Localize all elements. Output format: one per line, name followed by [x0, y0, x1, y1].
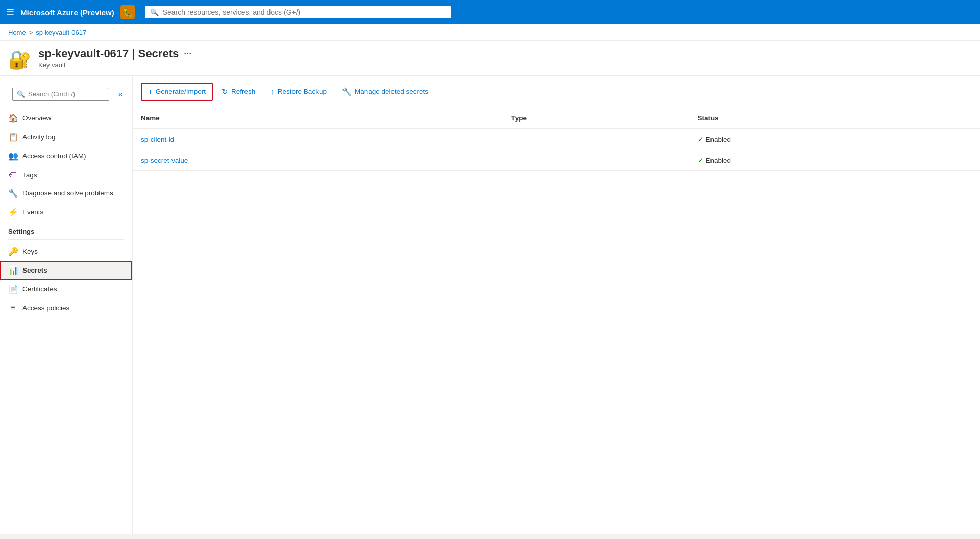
- events-icon: ⚡: [8, 207, 17, 217]
- restore-icon: ↑: [271, 87, 275, 96]
- sidebar-collapse-button[interactable]: «: [115, 89, 126, 100]
- breadcrumb-separator: >: [29, 29, 33, 36]
- hamburger-menu[interactable]: ☰: [6, 7, 14, 18]
- generate-icon: +: [148, 87, 153, 96]
- sidebar-item-overview[interactable]: 🏠 Overview: [0, 109, 132, 128]
- restore-backup-button[interactable]: ↑ Restore Backup: [264, 83, 333, 100]
- page-subtitle: Key vault: [38, 61, 191, 75]
- sidebar-search-icon: 🔍: [17, 90, 25, 98]
- settings-section-header: Settings: [0, 222, 132, 237]
- sidebar-item-tags[interactable]: 🏷 Tags: [0, 165, 132, 184]
- content-toolbar: + Generate/Import ↻ Refresh ↑ Restore Ba…: [133, 76, 980, 108]
- generate-import-button[interactable]: + Generate/Import: [141, 83, 213, 101]
- status-check-icon-1: ✓: [698, 135, 704, 143]
- col-header-type: Type: [503, 108, 690, 129]
- sidebar-divider: [8, 239, 124, 240]
- tags-icon: 🏷: [8, 170, 17, 179]
- app-title: Microsoft Azure (Preview): [20, 8, 114, 17]
- manage-icon: 🔧: [342, 87, 352, 96]
- table-header-row: Name Type Status: [133, 108, 980, 129]
- col-header-name: Name: [133, 108, 503, 129]
- secret-type-2: [503, 150, 690, 171]
- sidebar-search-input[interactable]: [28, 90, 105, 98]
- breadcrumb-home[interactable]: Home: [8, 29, 26, 36]
- sidebar-search[interactable]: 🔍: [12, 88, 109, 101]
- sidebar-item-keys[interactable]: 🔑 Keys: [0, 242, 132, 261]
- manage-deleted-button[interactable]: 🔧 Manage deleted secrets: [335, 83, 435, 101]
- sidebar-item-activity-log[interactable]: 📋 Activity log: [0, 128, 132, 146]
- sidebar-item-access-control[interactable]: 👥 Access control (IAM): [0, 146, 132, 165]
- sidebar-item-access-policies[interactable]: ≡ Access policies: [0, 299, 132, 317]
- secrets-icon: 📊: [8, 265, 17, 275]
- keyvault-icon: 🔐: [8, 49, 31, 70]
- top-navbar: ☰ Microsoft Azure (Preview) 🐛 🔍: [0, 0, 980, 24]
- table-row: sp-secret-value ✓ Enabled: [133, 150, 980, 171]
- main-layout: 🔍 « 🏠 Overview 📋 Activity log 👥 Access c…: [0, 76, 980, 534]
- sidebar-item-certificates[interactable]: 📄 Certificates: [0, 280, 132, 299]
- content-area: + Generate/Import ↻ Refresh ↑ Restore Ba…: [133, 76, 980, 534]
- refresh-button[interactable]: ↻ Refresh: [215, 83, 262, 101]
- table-row: sp-client-id ✓ Enabled: [133, 129, 980, 150]
- breadcrumb-current[interactable]: sp-keyvault-0617: [36, 29, 86, 36]
- diagnose-icon: 🔧: [8, 188, 17, 198]
- secret-status-2: ✓ Enabled: [690, 150, 980, 171]
- keys-icon: 🔑: [8, 247, 17, 256]
- access-policies-icon: ≡: [8, 303, 17, 312]
- activity-log-icon: 📋: [8, 132, 17, 142]
- sidebar-item-secrets[interactable]: 📊 Secrets: [0, 261, 132, 280]
- secret-type-1: [503, 129, 690, 150]
- secret-name-2[interactable]: sp-secret-value: [133, 150, 503, 171]
- sidebar: 🔍 « 🏠 Overview 📋 Activity log 👥 Access c…: [0, 76, 133, 534]
- access-control-icon: 👥: [8, 151, 17, 161]
- global-search-input[interactable]: [163, 8, 446, 16]
- secret-name-1[interactable]: sp-client-id: [133, 129, 503, 150]
- search-icon: 🔍: [150, 8, 159, 16]
- global-search[interactable]: 🔍: [145, 6, 451, 18]
- col-header-status: Status: [690, 108, 980, 129]
- certificates-icon: 📄: [8, 284, 17, 294]
- bug-icon[interactable]: 🐛: [120, 5, 135, 19]
- overview-icon: 🏠: [8, 113, 17, 123]
- more-options-icon[interactable]: ···: [184, 48, 191, 59]
- breadcrumb: Home > sp-keyvault-0617: [0, 24, 980, 41]
- sidebar-item-events[interactable]: ⚡ Events: [0, 203, 132, 222]
- secret-status-1: ✓ Enabled: [690, 129, 980, 150]
- secrets-table: Name Type Status sp-client-id ✓ Enabled: [133, 108, 980, 171]
- status-check-icon-2: ✓: [698, 156, 704, 164]
- page-header: 🔐 sp-keyvault-0617 | Secrets ··· Key vau…: [0, 41, 980, 76]
- page-title: sp-keyvault-0617 | Secrets ···: [38, 47, 191, 60]
- refresh-icon: ↻: [222, 87, 228, 96]
- sidebar-item-diagnose[interactable]: 🔧 Diagnose and solve problems: [0, 184, 132, 203]
